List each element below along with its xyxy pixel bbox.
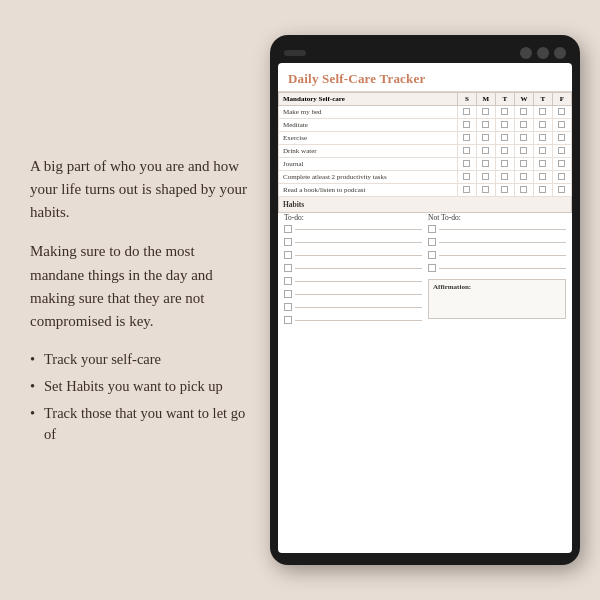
habit-checkbox[interactable] — [284, 225, 292, 233]
checkbox-cell[interactable] — [552, 171, 571, 184]
checkbox-cell[interactable] — [457, 119, 476, 132]
habit-line — [439, 242, 566, 243]
tracker-content: Mandatory Self-care S M T W T F Make my … — [278, 92, 572, 553]
col-t1: T — [495, 93, 514, 106]
checkbox-cell[interactable] — [495, 145, 514, 158]
habit-line — [295, 320, 422, 321]
habit-item — [284, 290, 422, 298]
checkbox-cell[interactable] — [495, 158, 514, 171]
habit-checkbox[interactable] — [284, 290, 292, 298]
col-t2: T — [533, 93, 552, 106]
checkbox-cell[interactable] — [552, 132, 571, 145]
tracker-header: Daily Self-Care Tracker — [278, 63, 572, 92]
tablet-icon-home — [520, 47, 532, 59]
main-container: A big part of who you are and how your l… — [0, 0, 600, 600]
tablet-icons — [520, 47, 566, 59]
tablet-top-bar — [278, 45, 572, 63]
tablet-icon-search — [537, 47, 549, 59]
habit-item — [428, 251, 566, 259]
checkbox-cell[interactable] — [533, 145, 552, 158]
checkbox-cell[interactable] — [514, 158, 533, 171]
checkbox-cell[interactable] — [457, 158, 476, 171]
table-row: Journal — [279, 158, 572, 171]
checkbox-cell[interactable] — [476, 132, 495, 145]
checkbox-cell[interactable] — [552, 119, 571, 132]
checkbox-cell[interactable] — [514, 132, 533, 145]
habits-section-label: Habits — [279, 197, 572, 213]
checkbox-cell[interactable] — [495, 119, 514, 132]
habit-line — [295, 281, 422, 282]
col-m: M — [476, 93, 495, 106]
habit-checkbox[interactable] — [284, 264, 292, 272]
checkbox-cell[interactable] — [476, 145, 495, 158]
habit-checkbox[interactable] — [284, 303, 292, 311]
activity-cell: Make my bed — [279, 106, 458, 119]
habit-checkbox[interactable] — [284, 251, 292, 259]
habit-line — [295, 268, 422, 269]
habit-item — [284, 264, 422, 272]
checkbox-cell[interactable] — [476, 171, 495, 184]
bullet-item-3: Track those that you want to let go of — [30, 403, 250, 445]
self-care-table: Mandatory Self-care S M T W T F Make my … — [278, 92, 572, 213]
checkbox-cell[interactable] — [514, 171, 533, 184]
checkbox-cell[interactable] — [552, 145, 571, 158]
checkbox-cell[interactable] — [476, 106, 495, 119]
tablet-screen: Daily Self-Care Tracker Mandatory Self-c… — [278, 63, 572, 553]
checkbox-cell[interactable] — [495, 132, 514, 145]
not-todo-column: Not To-do: — [428, 213, 566, 549]
habit-checkbox[interactable] — [284, 238, 292, 246]
checkbox-cell[interactable] — [533, 106, 552, 119]
habit-checkbox[interactable] — [284, 277, 292, 285]
bullet-item-2: Set Habits you want to pick up — [30, 376, 250, 397]
checkbox-cell[interactable] — [514, 119, 533, 132]
checkbox-cell[interactable] — [457, 184, 476, 197]
habit-checkbox[interactable] — [428, 238, 436, 246]
checkbox-cell[interactable] — [552, 158, 571, 171]
checkbox-cell[interactable] — [533, 184, 552, 197]
checkbox-cell[interactable] — [495, 184, 514, 197]
habit-item — [284, 277, 422, 285]
checkbox-cell[interactable] — [495, 171, 514, 184]
not-todo-title: Not To-do: — [428, 213, 566, 222]
habit-item — [284, 225, 422, 233]
table-row: Meditate — [279, 119, 572, 132]
paragraph-1: A big part of who you are and how your l… — [30, 155, 250, 225]
habit-checkbox[interactable] — [284, 316, 292, 324]
paragraph-2: Making sure to do the most mandane thing… — [30, 240, 250, 333]
checkbox-cell[interactable] — [514, 184, 533, 197]
checkbox-cell[interactable] — [457, 132, 476, 145]
checkbox-cell[interactable] — [476, 119, 495, 132]
checkbox-cell[interactable] — [476, 184, 495, 197]
col-header-activity: Mandatory Self-care — [279, 93, 458, 106]
checkbox-cell[interactable] — [552, 106, 571, 119]
checkbox-cell[interactable] — [495, 106, 514, 119]
habit-checkbox[interactable] — [428, 225, 436, 233]
habit-line — [439, 268, 566, 269]
checkbox-cell[interactable] — [457, 145, 476, 158]
todo-title: To-do: — [284, 213, 422, 222]
checkbox-cell[interactable] — [457, 106, 476, 119]
habit-item — [284, 316, 422, 324]
habit-line — [295, 242, 422, 243]
tablet-camera — [284, 50, 306, 56]
habit-checkbox[interactable] — [428, 251, 436, 259]
habit-item — [428, 225, 566, 233]
affirmation-title: Affirmation: — [433, 283, 561, 291]
checkbox-cell[interactable] — [533, 132, 552, 145]
tablet-icon-menu — [554, 47, 566, 59]
checkbox-cell[interactable] — [514, 106, 533, 119]
habit-line — [439, 229, 566, 230]
habit-line — [295, 307, 422, 308]
habit-line — [295, 294, 422, 295]
habit-checkbox[interactable] — [428, 264, 436, 272]
todo-column: To-do: — [284, 213, 422, 549]
left-panel: A big part of who you are and how your l… — [30, 155, 250, 446]
checkbox-cell[interactable] — [552, 184, 571, 197]
habits-columns: To-do: — [284, 213, 566, 549]
checkbox-cell[interactable] — [457, 171, 476, 184]
checkbox-cell[interactable] — [533, 171, 552, 184]
checkbox-cell[interactable] — [533, 119, 552, 132]
checkbox-cell[interactable] — [514, 145, 533, 158]
checkbox-cell[interactable] — [476, 158, 495, 171]
checkbox-cell[interactable] — [533, 158, 552, 171]
